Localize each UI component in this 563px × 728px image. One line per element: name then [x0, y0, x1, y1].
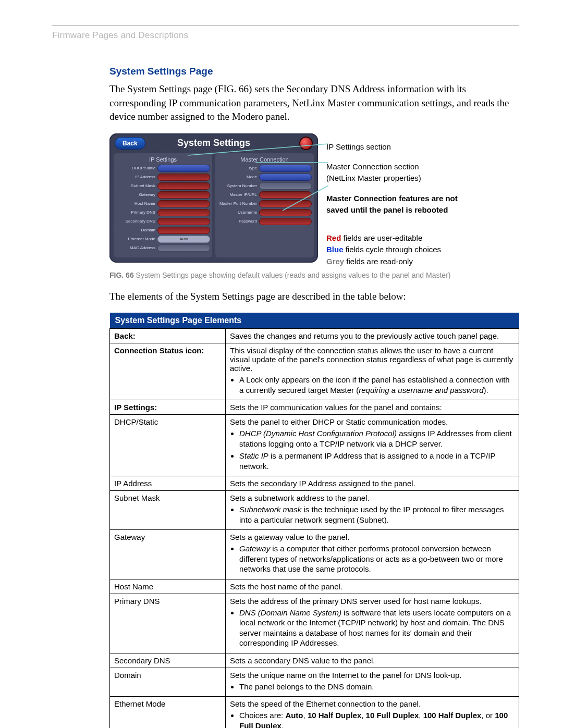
bullet: Gateway is a computer that either perfor… [239, 544, 515, 574]
figure-caption: FIG. 66 System Settings page showing def… [109, 271, 519, 279]
table-row: Subnet MaskSets a subnetwork address to … [110, 491, 519, 530]
intro-text: The System Settings page (FIG. 66) sets … [109, 82, 519, 124]
row-desc: Sets a subnetwork address to the panel. [230, 493, 515, 502]
row-desc: Sets the address of the primary DNS serv… [230, 597, 515, 606]
row-label: Back: [114, 331, 136, 340]
row-label: Ethernet Mode [114, 699, 165, 708]
row-label: Subnet Mask [114, 493, 160, 502]
row-label: Connection Status icon: [114, 346, 204, 355]
row-desc: Saves the changes and returns you to the… [230, 331, 515, 340]
table-row: DHCP/StaticSets the panel to either DHCP… [110, 415, 519, 476]
row-desc: Sets a gateway value to the panel. [230, 533, 515, 541]
row-label: Gateway [114, 533, 145, 541]
row-label: Domain [114, 671, 141, 680]
table-header: System Settings Page Elements [110, 313, 519, 329]
svg-line-2 [283, 186, 328, 211]
table-row: DomainSets the unique name on the Intern… [110, 668, 519, 697]
table-row: Ethernet ModeSets the speed of the Ether… [110, 697, 519, 728]
bullet: Static IP is a permanent IP Address that… [239, 451, 515, 471]
row-label: Secondary DNS [114, 656, 170, 665]
table-row: Secondary DNSSets a secondary DNS value … [110, 653, 519, 668]
bullet: DHCP (Dynamic Host Configuration Protoco… [239, 428, 515, 449]
bullet: A Lock only appears on the icon if the p… [239, 375, 515, 395]
table-row: GatewaySets a gateway value to the panel… [110, 530, 519, 579]
row-desc: Sets the unique name on the Internet to … [230, 671, 515, 680]
svg-line-0 [188, 144, 328, 155]
row-label: IP Address [114, 479, 152, 488]
row-label: Primary DNS [114, 597, 160, 606]
bullet: Subnetwork mask is the technique used by… [239, 504, 515, 525]
row-desc: Sets the host name of the panel. [230, 582, 515, 591]
table-row: Back:Saves the changes and returns you t… [110, 329, 519, 343]
row-desc: This visual display of the connection st… [230, 346, 515, 373]
row-desc: Sets the speed of the Ethernet connectio… [230, 699, 515, 708]
bullet: The panel belongs to the DNS domain. [239, 682, 515, 692]
elements-table: System Settings Page Elements Back:Saves… [109, 313, 519, 728]
bullet: Choices are: Auto, 10 Half Duplex, 10 Fu… [239, 710, 515, 728]
row-label: Host Name [114, 582, 153, 591]
row-desc: Sets a secondary DNS value to the panel. [230, 656, 515, 665]
table-row: Connection Status icon:This visual displ… [110, 343, 519, 400]
table-row: Primary DNSSets the address of the prima… [110, 594, 519, 653]
table-row: IP Settings:Sets the IP communication va… [110, 400, 519, 415]
row-desc: Sets the secondary IP Address assigned t… [230, 479, 515, 488]
row-desc: Sets the panel to either DHCP or Static … [230, 417, 515, 426]
header-category: Firmware Pages and Descriptions [52, 30, 519, 41]
row-label: DHCP/Static [114, 417, 158, 426]
row-desc: Sets the IP communication values for the… [230, 403, 515, 412]
table-row: IP AddressSets the secondary IP Address … [110, 476, 519, 491]
bullet: DNS (Domain Name System) is software tha… [239, 608, 515, 648]
section-heading: System Settings Page [109, 66, 519, 77]
row-label: IP Settings: [114, 403, 157, 412]
table-row: Host NameSets the host name of the panel… [110, 579, 519, 594]
table-lead: The elements of the System Settings page… [109, 290, 519, 304]
